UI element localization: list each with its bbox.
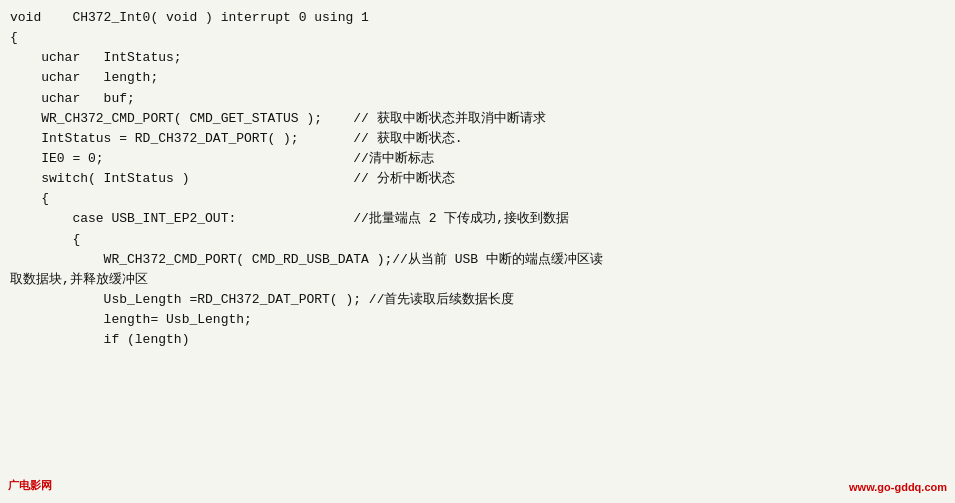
code-line: case USB_INT_EP2_OUT: //批量端点 2 下传成功,接收到数… bbox=[10, 209, 945, 229]
code-line: void CH372_Int0( void ) interrupt 0 usin… bbox=[10, 8, 945, 28]
code-line: 取数据块,并释放缓冲区 bbox=[10, 270, 945, 290]
code-line: if (length) bbox=[10, 330, 945, 350]
code-block: void CH372_Int0( void ) interrupt 0 usin… bbox=[10, 8, 945, 350]
code-line: uchar IntStatus; bbox=[10, 48, 945, 68]
code-container: void CH372_Int0( void ) interrupt 0 usin… bbox=[0, 0, 955, 503]
code-line: { bbox=[10, 28, 945, 48]
code-line: WR_CH372_CMD_PORT( CMD_GET_STATUS ); // … bbox=[10, 109, 945, 129]
code-line: IE0 = 0; //清中断标志 bbox=[10, 149, 945, 169]
code-line: switch( IntStatus ) // 分析中断状态 bbox=[10, 169, 945, 189]
code-line: length= Usb_Length; bbox=[10, 310, 945, 330]
code-line: uchar buf; bbox=[10, 89, 945, 109]
watermark-right: www.go-gddq.com bbox=[849, 481, 947, 493]
code-line: { bbox=[10, 189, 945, 209]
code-line: uchar length; bbox=[10, 68, 945, 88]
code-line: IntStatus = RD_CH372_DAT_PORT( ); // 获取中… bbox=[10, 129, 945, 149]
code-line: WR_CH372_CMD_PORT( CMD_RD_USB_DATA );//从… bbox=[10, 250, 945, 270]
watermark-left: 广电影网 bbox=[8, 478, 52, 493]
code-line: { bbox=[10, 230, 945, 250]
code-line: Usb_Length =RD_CH372_DAT_PORT( ); //首先读取… bbox=[10, 290, 945, 310]
